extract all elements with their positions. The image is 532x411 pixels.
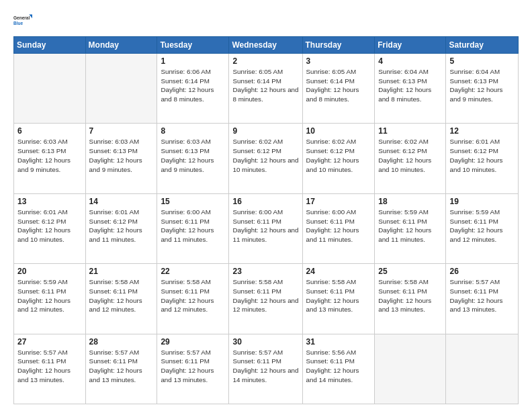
calendar-cell: 11Sunrise: 6:02 AM Sunset: 6:12 PM Dayli… — [375, 124, 446, 193]
calendar-cell: 20Sunrise: 5:59 AM Sunset: 6:11 PM Dayli… — [14, 264, 86, 334]
calendar-cell: 7Sunrise: 6:03 AM Sunset: 6:13 PM Daylig… — [85, 124, 157, 193]
calendar-cell: 6Sunrise: 6:03 AM Sunset: 6:13 PM Daylig… — [14, 124, 86, 193]
day-number: 17 — [306, 197, 371, 206]
day-info: Sunrise: 6:03 AM Sunset: 6:13 PM Dayligh… — [17, 137, 82, 174]
day-info: Sunrise: 5:57 AM Sunset: 6:11 PM Dayligh… — [17, 348, 82, 385]
logo-icon: GeneralBlue — [13, 11, 32, 30]
weekday-header: Thursday — [302, 37, 375, 54]
svg-text:General: General — [13, 15, 30, 20]
calendar-cell: 3Sunrise: 6:05 AM Sunset: 6:14 PM Daylig… — [302, 54, 375, 124]
calendar-cell: 13Sunrise: 6:01 AM Sunset: 6:12 PM Dayli… — [14, 193, 86, 263]
calendar-cell: 28Sunrise: 5:57 AM Sunset: 6:11 PM Dayli… — [85, 334, 157, 404]
day-number: 9 — [232, 126, 298, 136]
day-number: 2 — [232, 56, 298, 66]
calendar-cell: 26Sunrise: 5:57 AM Sunset: 6:11 PM Dayli… — [446, 264, 519, 334]
day-info: Sunrise: 6:06 AM Sunset: 6:14 PM Dayligh… — [161, 67, 225, 104]
day-info: Sunrise: 6:05 AM Sunset: 6:14 PM Dayligh… — [306, 67, 371, 104]
day-info: Sunrise: 6:01 AM Sunset: 6:12 PM Dayligh… — [89, 208, 154, 244]
calendar-cell: 27Sunrise: 5:57 AM Sunset: 6:11 PM Dayli… — [14, 334, 86, 404]
day-number: 25 — [378, 267, 442, 276]
calendar-cell: 8Sunrise: 6:03 AM Sunset: 6:13 PM Daylig… — [157, 124, 229, 193]
calendar-cell: 29Sunrise: 5:57 AM Sunset: 6:11 PM Dayli… — [157, 334, 229, 404]
day-info: Sunrise: 6:04 AM Sunset: 6:13 PM Dayligh… — [378, 67, 442, 104]
day-info: Sunrise: 5:57 AM Sunset: 6:11 PM Dayligh… — [449, 277, 515, 314]
calendar-week-row: 1Sunrise: 6:06 AM Sunset: 6:14 PM Daylig… — [14, 54, 519, 124]
calendar-cell — [446, 334, 519, 404]
day-info: Sunrise: 6:03 AM Sunset: 6:13 PM Dayligh… — [89, 137, 154, 174]
calendar-cell: 10Sunrise: 6:02 AM Sunset: 6:12 PM Dayli… — [302, 124, 375, 193]
calendar-cell — [14, 54, 86, 124]
day-info: Sunrise: 6:02 AM Sunset: 6:12 PM Dayligh… — [378, 137, 442, 174]
calendar-week-row: 20Sunrise: 5:59 AM Sunset: 6:11 PM Dayli… — [14, 264, 519, 334]
day-info: Sunrise: 5:57 AM Sunset: 6:11 PM Dayligh… — [232, 348, 298, 385]
day-number: 14 — [89, 197, 154, 206]
day-number: 20 — [17, 267, 82, 276]
calendar-cell: 24Sunrise: 5:58 AM Sunset: 6:11 PM Dayli… — [302, 264, 375, 334]
calendar-table: SundayMondayTuesdayWednesdayThursdayFrid… — [13, 36, 519, 404]
day-info: Sunrise: 6:00 AM Sunset: 6:11 PM Dayligh… — [306, 208, 371, 244]
calendar-cell: 14Sunrise: 6:01 AM Sunset: 6:12 PM Dayli… — [85, 193, 157, 263]
calendar-cell: 1Sunrise: 6:06 AM Sunset: 6:14 PM Daylig… — [157, 54, 229, 124]
day-number: 26 — [449, 267, 515, 276]
day-info: Sunrise: 6:03 AM Sunset: 6:13 PM Dayligh… — [161, 137, 225, 174]
day-number: 7 — [89, 126, 154, 136]
day-number: 12 — [449, 126, 515, 136]
day-info: Sunrise: 6:01 AM Sunset: 6:12 PM Dayligh… — [17, 208, 82, 244]
day-info: Sunrise: 6:00 AM Sunset: 6:11 PM Dayligh… — [161, 208, 225, 244]
day-number: 19 — [449, 197, 515, 206]
day-info: Sunrise: 5:57 AM Sunset: 6:11 PM Dayligh… — [89, 348, 154, 385]
day-info: Sunrise: 6:04 AM Sunset: 6:13 PM Dayligh… — [449, 67, 515, 104]
calendar-cell: 15Sunrise: 6:00 AM Sunset: 6:11 PM Dayli… — [157, 193, 229, 263]
day-info: Sunrise: 5:59 AM Sunset: 6:11 PM Dayligh… — [17, 277, 82, 314]
calendar-cell: 12Sunrise: 6:01 AM Sunset: 6:12 PM Dayli… — [446, 124, 519, 193]
calendar-cell: 16Sunrise: 6:00 AM Sunset: 6:11 PM Dayli… — [229, 193, 302, 263]
day-info: Sunrise: 5:56 AM Sunset: 6:11 PM Dayligh… — [306, 348, 371, 385]
calendar-cell: 21Sunrise: 5:58 AM Sunset: 6:11 PM Dayli… — [85, 264, 157, 334]
day-number: 1 — [161, 56, 225, 66]
day-number: 5 — [449, 56, 515, 66]
calendar-week-row: 6Sunrise: 6:03 AM Sunset: 6:13 PM Daylig… — [14, 124, 519, 193]
calendar-week-row: 27Sunrise: 5:57 AM Sunset: 6:11 PM Dayli… — [14, 334, 519, 404]
day-info: Sunrise: 5:58 AM Sunset: 6:11 PM Dayligh… — [306, 277, 371, 314]
day-number: 23 — [232, 267, 298, 276]
weekday-header: Friday — [375, 37, 446, 54]
weekday-header-row: SundayMondayTuesdayWednesdayThursdayFrid… — [14, 37, 519, 54]
day-number: 16 — [232, 197, 298, 206]
day-info: Sunrise: 5:58 AM Sunset: 6:11 PM Dayligh… — [232, 277, 298, 314]
calendar-cell: 9Sunrise: 6:02 AM Sunset: 6:12 PM Daylig… — [229, 124, 302, 193]
day-info: Sunrise: 5:58 AM Sunset: 6:11 PM Dayligh… — [89, 277, 154, 314]
day-info: Sunrise: 6:02 AM Sunset: 6:12 PM Dayligh… — [232, 137, 298, 174]
day-number: 22 — [161, 267, 225, 276]
calendar-cell — [375, 334, 446, 404]
weekday-header: Monday — [85, 37, 157, 54]
calendar-cell: 22Sunrise: 5:58 AM Sunset: 6:11 PM Dayli… — [157, 264, 229, 334]
day-info: Sunrise: 6:00 AM Sunset: 6:11 PM Dayligh… — [232, 208, 298, 244]
day-number: 27 — [17, 337, 82, 347]
calendar-week-row: 13Sunrise: 6:01 AM Sunset: 6:12 PM Dayli… — [14, 193, 519, 263]
day-number: 13 — [17, 197, 82, 206]
day-number: 8 — [161, 126, 225, 136]
calendar-cell: 4Sunrise: 6:04 AM Sunset: 6:13 PM Daylig… — [375, 54, 446, 124]
day-info: Sunrise: 5:57 AM Sunset: 6:11 PM Dayligh… — [161, 348, 225, 385]
logo: GeneralBlue — [13, 11, 32, 30]
calendar-cell: 31Sunrise: 5:56 AM Sunset: 6:11 PM Dayli… — [302, 334, 375, 404]
day-number: 29 — [161, 337, 225, 347]
day-number: 21 — [89, 267, 154, 276]
weekday-header: Saturday — [446, 37, 519, 54]
day-info: Sunrise: 5:58 AM Sunset: 6:11 PM Dayligh… — [161, 277, 225, 314]
calendar-cell: 19Sunrise: 5:59 AM Sunset: 6:11 PM Dayli… — [446, 193, 519, 263]
weekday-header: Tuesday — [157, 37, 229, 54]
day-info: Sunrise: 5:59 AM Sunset: 6:11 PM Dayligh… — [449, 208, 515, 244]
calendar-page: GeneralBlue SundayMondayTuesdayWednesday… — [0, 0, 532, 411]
day-number: 10 — [306, 126, 371, 136]
day-info: Sunrise: 5:59 AM Sunset: 6:11 PM Dayligh… — [378, 208, 442, 244]
day-number: 11 — [378, 126, 442, 136]
header: GeneralBlue — [13, 11, 519, 30]
svg-text:Blue: Blue — [13, 21, 23, 26]
day-number: 28 — [89, 337, 154, 347]
day-number: 3 — [306, 56, 371, 66]
day-number: 4 — [378, 56, 442, 66]
day-info: Sunrise: 6:05 AM Sunset: 6:14 PM Dayligh… — [232, 67, 298, 104]
day-number: 24 — [306, 267, 371, 276]
weekday-header: Sunday — [14, 37, 86, 54]
